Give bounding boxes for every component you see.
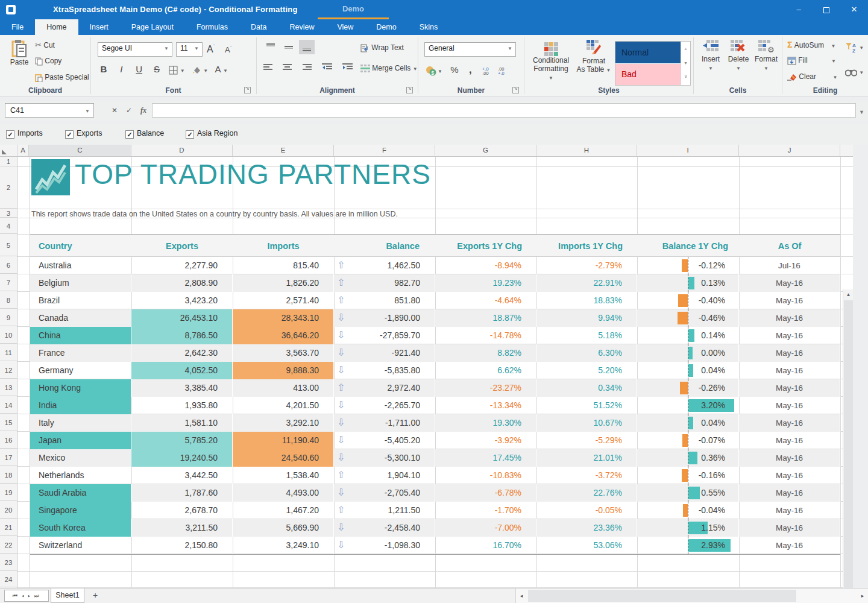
ribbon-tab-insert[interactable]: Insert — [78, 19, 120, 35]
font-dialog-launcher[interactable] — [244, 87, 251, 93]
cell-imports-1y-chg[interactable]: 9.94% — [536, 309, 637, 327]
cell-exports-1y-chg[interactable]: 19.23% — [435, 274, 536, 292]
cell-exports[interactable]: 3,211.50 — [131, 519, 233, 537]
row-header-12[interactable]: 12 — [0, 362, 17, 379]
horizontal-scrollbar[interactable]: ◂ ▸ — [515, 589, 868, 603]
font-size-select[interactable]: 11▼ — [176, 42, 203, 57]
cell-imports[interactable]: 1,538.40 — [233, 467, 334, 484]
cell-exports[interactable]: 2,678.70 — [131, 502, 233, 519]
row-header-23[interactable]: 23 — [0, 554, 17, 571]
accounting-format-button[interactable]: $▼ — [426, 66, 442, 75]
cell-imports-1y-chg[interactable]: -5.29% — [536, 432, 637, 449]
row-header-4[interactable]: 4 — [0, 218, 17, 234]
checkbox-icon[interactable]: ✓ — [186, 130, 194, 139]
cell-exports[interactable]: 26,453.10 — [131, 309, 233, 327]
filter-checkbox-exports[interactable]: ✓Exports — [65, 129, 102, 140]
cell-as-of[interactable]: May-16 — [739, 467, 840, 484]
cell-imports-1y-chg[interactable]: 6.30% — [536, 344, 637, 362]
cell-imports-1y-chg[interactable]: 5.18% — [536, 327, 637, 344]
gallery-scroll[interactable]: ▲▼⊽ — [681, 42, 690, 85]
ribbon-tab-data[interactable]: Data — [239, 19, 278, 35]
row-header-20[interactable]: 20 — [0, 502, 17, 519]
cell-imports[interactable]: 5,669.90 — [233, 519, 334, 537]
filter-checkbox-balance[interactable]: ✓Balance — [125, 129, 164, 140]
demo-module-tab[interactable]: Demo — [318, 0, 389, 19]
cell-balance-1y-chg[interactable]: 0.36% — [637, 449, 739, 467]
style-bad[interactable]: Bad — [615, 64, 681, 85]
column-header-A[interactable]: A — [17, 145, 29, 156]
filter-checkbox-asia-region[interactable]: ✓Asia Region — [186, 129, 237, 140]
cell-imports-1y-chg[interactable]: -0.05% — [536, 502, 637, 519]
increase-indent-button[interactable] — [342, 65, 353, 74]
row-header-9[interactable]: 9 — [0, 309, 17, 326]
cell-country[interactable]: Canada — [30, 309, 131, 327]
cell-imports[interactable]: 24,540.60 — [233, 449, 334, 467]
find-button[interactable]: ▼ — [845, 68, 864, 77]
cell-exports-1y-chg[interactable]: 8.82% — [435, 344, 536, 362]
font-color-button[interactable]: A ▼ — [215, 66, 228, 74]
cell-imports-1y-chg[interactable]: -3.72% — [536, 467, 637, 484]
ribbon-tab-review[interactable]: Review — [278, 19, 326, 35]
cell-country[interactable]: Switzerland — [30, 537, 131, 554]
row-header-14[interactable]: 14 — [0, 397, 17, 414]
cell-exports[interactable]: 4,052.50 — [131, 362, 233, 379]
cell-exports-1y-chg[interactable]: -13.34% — [435, 397, 536, 414]
copy-button[interactable]: Copy — [35, 57, 61, 66]
row-header-10[interactable]: 10 — [0, 327, 17, 344]
align-left-button[interactable] — [263, 65, 273, 74]
align-right-button[interactable] — [302, 65, 312, 74]
cell-balance-1y-chg[interactable]: -0.40% — [637, 292, 739, 309]
cell-exports-1y-chg[interactable]: -4.64% — [435, 292, 536, 309]
cell-country[interactable]: Australia — [30, 257, 131, 274]
alignment-dialog-launcher[interactable] — [406, 87, 413, 93]
filter-checkbox-imports[interactable]: ✓Imports — [6, 129, 43, 140]
scroll-right-icon[interactable]: ▸ — [857, 589, 868, 603]
cell-exports[interactable]: 2,642.30 — [131, 344, 233, 362]
cell-exports[interactable]: 3,385.40 — [131, 379, 233, 397]
cell-as-of[interactable]: May-16 — [739, 449, 840, 467]
row-header-22[interactable]: 22 — [0, 537, 17, 554]
cell-exports[interactable]: 2,808.90 — [131, 274, 233, 292]
format-as-table-button[interactable]: FormatAs Table ▼ — [576, 40, 612, 74]
cell-country[interactable]: Netherlands — [30, 467, 131, 484]
cell-imports[interactable]: 9,888.30 — [233, 362, 334, 379]
align-top-button[interactable] — [265, 42, 276, 54]
row-header-3[interactable]: 3 — [0, 209, 17, 218]
cell-as-of[interactable]: Jul-16 — [739, 257, 840, 274]
clear-button[interactable]: Clear ▼ — [787, 72, 837, 81]
row-header-18[interactable]: 18 — [0, 467, 17, 484]
ribbon-tab-formulas[interactable]: Formulas — [185, 19, 239, 35]
grow-font-button[interactable]: Aˆ — [207, 43, 215, 55]
cell-imports-1y-chg[interactable]: 22.76% — [536, 484, 637, 502]
cell-exports-1y-chg[interactable]: 18.87% — [435, 309, 536, 327]
column-header-G[interactable]: G — [435, 145, 536, 156]
checkbox-icon[interactable]: ✓ — [125, 130, 134, 139]
cell-as-of[interactable]: May-16 — [739, 327, 840, 344]
shrink-font-button[interactable]: Aˇ — [225, 45, 231, 54]
cell-balance[interactable]: ⇩-1,098.30 — [334, 537, 435, 554]
bold-button[interactable]: B — [96, 64, 112, 74]
conditional-formatting-button[interactable]: ConditionalFormatting ▼ — [533, 40, 569, 81]
cell-country[interactable]: South Korea — [30, 519, 131, 537]
cell-as-of[interactable]: May-16 — [739, 379, 840, 397]
column-header-I[interactable]: I — [637, 145, 739, 156]
cell-exports-1y-chg[interactable]: -23.27% — [435, 379, 536, 397]
row-header-13[interactable]: 13 — [0, 379, 17, 396]
cell-imports[interactable]: 28,343.10 — [233, 309, 334, 327]
autosum-button[interactable]: Σ AutoSum ▼ — [787, 40, 835, 49]
cell-balance-1y-chg[interactable]: 1.15% — [637, 519, 739, 537]
row-header-11[interactable]: 11 — [0, 344, 17, 361]
cell-exports[interactable]: 3,442.50 — [131, 467, 233, 484]
sort-filter-button[interactable]: AZ ▼ — [845, 42, 864, 53]
formula-input[interactable] — [152, 103, 856, 118]
cell-imports-1y-chg[interactable]: 22.91% — [536, 274, 637, 292]
cell-imports-1y-chg[interactable]: 51.52% — [536, 397, 637, 414]
cell-exports-1y-chg[interactable]: 16.70% — [435, 537, 536, 554]
strikethrough-button[interactable]: S — [149, 64, 165, 74]
cell-imports[interactable]: 3,292.10 — [233, 414, 334, 432]
cell-balance[interactable]: ⇩-2,705.40 — [334, 484, 435, 502]
row-header-15[interactable]: 15 — [0, 414, 17, 431]
row-header-19[interactable]: 19 — [0, 484, 17, 501]
row-header-5[interactable]: 5 — [0, 235, 17, 256]
column-header-J[interactable]: J — [739, 145, 840, 156]
